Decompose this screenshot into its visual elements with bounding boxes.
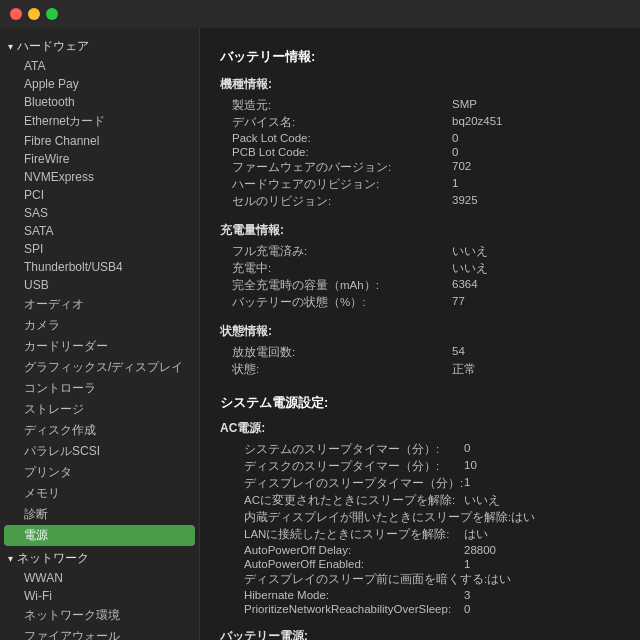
sidebar-item[interactable]: USB [0,276,199,294]
ac-power-title: AC電源: [220,420,620,437]
sidebar-item[interactable]: SATA [0,222,199,240]
info-row: ディスプレイのスリープ前に画面を暗くする: はい [232,571,620,588]
network-label: ネットワーク [17,550,89,567]
info-row: 放放電回数: 54 [220,344,620,361]
sidebar-item[interactable]: Apple Pay [0,75,199,93]
info-row: 状態: 正常 [220,361,620,378]
sidebar: ▾ ハードウェア ATA Apple Pay Bluetooth Etherne… [0,28,200,640]
battery-power-title: バッテリー電源: [220,628,620,640]
info-row: デバイス名: bq20z451 [220,114,620,131]
charge-info-section: 充電量情報: フル充電済み: いいえ 充電中: いいえ 完全充電時の容量（mAh… [220,222,620,311]
sidebar-item[interactable]: Fibre Channel [0,132,199,150]
sidebar-item[interactable]: プリンタ [0,462,199,483]
network-arrow: ▾ [8,553,13,564]
info-row: ディスプレイのスリープタイマー（分）: 1 [232,475,620,492]
machine-info-title: 機種情報: [220,76,620,93]
hardware-arrow: ▾ [8,41,13,52]
sidebar-item[interactable]: PCI [0,186,199,204]
machine-info-section: 機種情報: 製造元: SMP デバイス名: bq20z451 Pack Lot … [220,76,620,210]
info-row: LANに接続したときにスリープを解除: はい [232,526,620,543]
charge-info-title: 充電量情報: [220,222,620,239]
hardware-group-header[interactable]: ▾ ハードウェア [0,36,199,57]
sidebar-item[interactable]: Bluetooth [0,93,199,111]
sidebar-item[interactable]: ファイアウォール [0,626,199,640]
info-row: ハードウェアのリビジョン: 1 [220,176,620,193]
main-content: ▾ ハードウェア ATA Apple Pay Bluetooth Etherne… [0,28,640,640]
network-group: ▾ ネットワーク WWAN Wi-Fi ネットワーク環境 ファイアウォール ボリ… [0,548,199,640]
ac-power-section: AC電源: システムのスリープタイマー（分）: 0 ディスクのスリープタイマー（… [220,420,620,616]
system-power-title: システム電源設定: [220,394,620,412]
info-row: 充電中: いいえ [220,260,620,277]
sidebar-item[interactable]: カードリーダー [0,336,199,357]
sidebar-item[interactable]: ネットワーク環境 [0,605,199,626]
sidebar-item[interactable]: コントローラ [0,378,199,399]
info-row: ディスクのスリープタイマー（分）: 10 [232,458,620,475]
detail-panel: バッテリー情報: 機種情報: 製造元: SMP デバイス名: bq20z451 … [200,28,640,640]
sidebar-item[interactable]: 診断 [0,504,199,525]
sidebar-item[interactable]: グラフィックス/ディスプレイ [0,357,199,378]
sidebar-item[interactable]: WWAN [0,569,199,587]
info-row: ACに変更されたときにスリープを解除: いいえ [232,492,620,509]
info-row: PrioritizeNetworkReachabilityOverSleep: … [232,602,620,616]
info-row: PCB Lot Code: 0 [220,145,620,159]
status-info-section: 状態情報: 放放電回数: 54 状態: 正常 [220,323,620,378]
info-row: バッテリーの状態（%）: 77 [220,294,620,311]
sidebar-item[interactable]: FireWire [0,150,199,168]
minimize-button[interactable] [28,8,40,20]
info-row: ファームウェアのバージョン: 702 [220,159,620,176]
main-title: バッテリー情報: [220,48,620,66]
sidebar-item[interactable]: SPI [0,240,199,258]
sidebar-item[interactable]: ATA [0,57,199,75]
ac-subsection: システムのスリープタイマー（分）: 0 ディスクのスリープタイマー（分）: 10… [232,441,620,616]
sidebar-item[interactable]: Thunderbolt/USB4 [0,258,199,276]
info-row: 製造元: SMP [220,97,620,114]
sidebar-item[interactable]: ディスク作成 [0,420,199,441]
sidebar-item[interactable]: ストレージ [0,399,199,420]
sidebar-item[interactable]: オーディオ [0,294,199,315]
info-row: AutoPowerOff Delay: 28800 [232,543,620,557]
sidebar-item[interactable]: Ethernetカード [0,111,199,132]
sidebar-item-active[interactable]: 電源 [4,525,195,546]
hardware-group: ▾ ハードウェア ATA Apple Pay Bluetooth Etherne… [0,36,199,546]
info-row: セルのリビジョン: 3925 [220,193,620,210]
status-info-title: 状態情報: [220,323,620,340]
info-row: システムのスリープタイマー（分）: 0 [232,441,620,458]
sidebar-item[interactable]: パラレルSCSI [0,441,199,462]
battery-power-section: バッテリー電源: システムのスリープタイマー（分）: 0 ディスクのスリープタイ… [220,628,620,640]
maximize-button[interactable] [46,8,58,20]
info-row: AutoPowerOff Enabled: 1 [232,557,620,571]
sidebar-item[interactable]: メモリ [0,483,199,504]
title-bar [0,0,640,28]
sidebar-item[interactable]: カメラ [0,315,199,336]
info-row: 内蔵ディスプレイが開いたときにスリープを解除: はい [232,509,620,526]
traffic-lights [10,8,58,20]
info-row: Pack Lot Code: 0 [220,131,620,145]
network-group-header[interactable]: ▾ ネットワーク [0,548,199,569]
hardware-label: ハードウェア [17,38,89,55]
info-row: Hibernate Mode: 3 [232,588,620,602]
close-button[interactable] [10,8,22,20]
info-row: フル充電済み: いいえ [220,243,620,260]
sidebar-item[interactable]: NVMExpress [0,168,199,186]
info-row: 完全充電時の容量（mAh）: 6364 [220,277,620,294]
sidebar-item[interactable]: SAS [0,204,199,222]
sidebar-item[interactable]: Wi-Fi [0,587,199,605]
